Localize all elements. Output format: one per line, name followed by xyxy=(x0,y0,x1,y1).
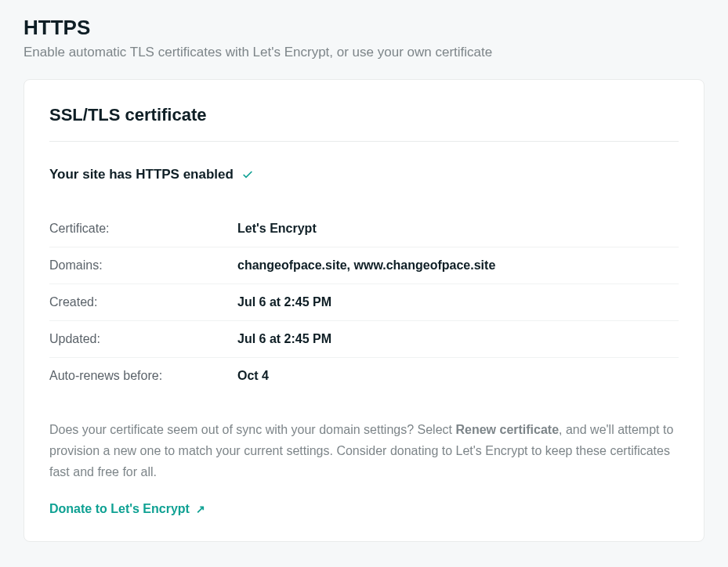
help-text: Does your certificate seem out of sync w… xyxy=(49,419,679,483)
detail-value-auto-renews: Oct 4 xyxy=(237,358,679,395)
table-row: Created: Jul 6 at 2:45 PM xyxy=(49,284,679,321)
help-text-pre: Does your certificate seem out of sync w… xyxy=(49,423,455,436)
table-row: Auto-renews before: Oct 4 xyxy=(49,358,679,395)
ssl-certificate-card: SSL/TLS certificate Your site has HTTPS … xyxy=(24,79,704,542)
detail-value-domains: changeofpace.site, www.changeofpace.site xyxy=(237,247,679,284)
card-title: SSL/TLS certificate xyxy=(49,105,679,142)
external-link-icon: ↗ xyxy=(196,503,205,515)
https-status-text: Your site has HTTPS enabled xyxy=(49,167,234,182)
table-row: Certificate: Let's Encrypt xyxy=(49,211,679,247)
page-subtitle: Enable automatic TLS certificates with L… xyxy=(24,45,704,60)
detail-value-certificate: Let's Encrypt xyxy=(237,211,679,247)
donate-link[interactable]: Donate to Let's Encrypt ↗ xyxy=(49,502,205,516)
https-status-row: Your site has HTTPS enabled xyxy=(49,167,679,182)
detail-label-auto-renews: Auto-renews before: xyxy=(49,358,237,395)
detail-label-created: Created: xyxy=(49,284,237,321)
table-row: Updated: Jul 6 at 2:45 PM xyxy=(49,321,679,358)
detail-label-domains: Domains: xyxy=(49,247,237,284)
table-row: Domains: changeofpace.site, www.changeof… xyxy=(49,247,679,284)
certificate-details-table: Certificate: Let's Encrypt Domains: chan… xyxy=(49,211,679,394)
check-icon xyxy=(241,168,254,181)
detail-label-certificate: Certificate: xyxy=(49,211,237,247)
detail-value-created: Jul 6 at 2:45 PM xyxy=(237,284,679,321)
detail-value-updated: Jul 6 at 2:45 PM xyxy=(237,321,679,358)
page-header: HTTPS Enable automatic TLS certificates … xyxy=(24,16,704,60)
help-text-strong: Renew certificate xyxy=(455,423,559,436)
page-title: HTTPS xyxy=(24,16,704,40)
detail-label-updated: Updated: xyxy=(49,321,237,358)
donate-link-label: Donate to Let's Encrypt xyxy=(49,502,190,516)
